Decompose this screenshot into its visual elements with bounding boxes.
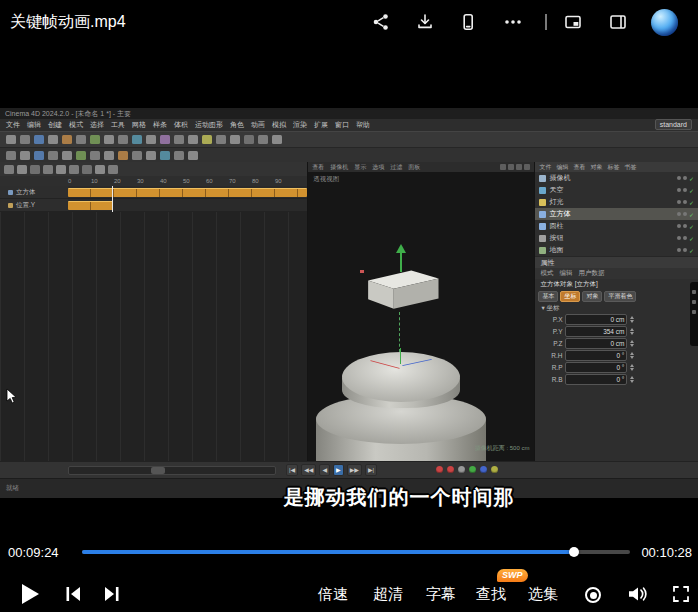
toolbar-icon[interactable] [48,135,58,144]
enabled-check-icon[interactable]: ✓ [689,223,694,230]
object-row[interactable]: 地面✓ [535,244,698,256]
toolbar-icon[interactable] [43,165,53,174]
layout-selector[interactable]: standard [655,119,692,130]
stepper[interactable] [630,316,634,323]
attribute-input[interactable]: 354 cm [565,326,627,337]
record-toggle[interactable] [436,466,443,473]
toolbar-icon[interactable] [216,135,226,144]
object-toggles[interactable]: ✓ [677,187,694,194]
toolbar-icon[interactable] [62,151,72,160]
timeline-grid[interactable] [0,212,307,461]
transport-button[interactable]: ▶▶ [347,464,362,476]
timeline-ruler[interactable]: 0102030405060708090 [0,176,307,186]
menu-item[interactable]: 模拟 [272,120,286,130]
share-icon[interactable] [371,12,391,32]
attr-section-tab[interactable]: 基本 [538,291,558,302]
object-manager-menu-item[interactable]: 文件 [539,163,551,172]
toolbar-icon[interactable] [6,135,16,144]
enabled-check-icon[interactable]: ✓ [689,247,694,254]
object-row[interactable]: 按钮✓ [535,232,698,244]
viewport-menu-item[interactable]: 过滤 [390,163,402,172]
visibility-dot[interactable] [683,224,687,228]
transport-button[interactable]: ▶| [365,464,377,476]
stepper-up-icon[interactable] [630,328,634,331]
device-icon[interactable] [458,12,478,32]
menu-item[interactable]: 样条 [153,120,167,130]
toolbar-icon[interactable] [62,135,72,144]
toolbar-icon[interactable] [118,135,128,144]
object-manager-menu-item[interactable]: 标签 [607,163,619,172]
visibility-dot[interactable] [683,236,687,240]
object-toggles[interactable]: ✓ [677,247,694,254]
attribute-input[interactable]: 0 ° [565,362,627,373]
visibility-dot[interactable] [677,212,681,216]
timeline-track[interactable]: 立方体 [0,186,307,199]
attr-mode-tab[interactable]: 模式 [540,269,553,278]
stepper-up-icon[interactable] [630,364,634,367]
toolbar-icon[interactable] [17,165,27,174]
stepper-down-icon[interactable] [630,332,634,335]
visibility-dot[interactable] [677,224,681,228]
stepper-down-icon[interactable] [630,320,634,323]
menu-item[interactable]: 扩展 [314,120,328,130]
record-toggle[interactable] [491,466,498,473]
track-lane[interactable] [68,186,307,198]
attr-mode-tab[interactable]: 编辑 [559,269,572,278]
record-ring-icon[interactable] [585,587,601,603]
transport-button[interactable]: ◀◀ [301,464,316,476]
viewport-panel[interactable]: 查看摄像机显示选项过滤面板 透视视图 [308,162,535,461]
transport-button[interactable]: |◀ [286,464,298,476]
quality-button[interactable]: 超清 [373,585,403,604]
toolbar-icon[interactable] [82,165,92,174]
visibility-dot[interactable] [683,248,687,252]
fullscreen-icon[interactable] [671,584,691,604]
timeline-slider-handle[interactable] [151,467,165,474]
toolbar-icon[interactable] [69,165,79,174]
enabled-check-icon[interactable]: ✓ [689,187,694,194]
object-row[interactable]: 天空✓ [535,184,698,196]
stepper-down-icon[interactable] [630,344,634,347]
toolbar-icon[interactable] [104,135,114,144]
toolbar-icon[interactable] [76,135,86,144]
toolbar-icon[interactable] [20,135,30,144]
swp-badge[interactable]: SWP [497,569,528,582]
menu-item[interactable]: 动画 [251,120,265,130]
object-row[interactable]: 圆柱✓ [535,220,698,232]
next-button[interactable] [102,584,122,604]
object-toggles[interactable]: ✓ [677,211,694,218]
attribute-input[interactable]: 0 ° [565,350,627,361]
video-content-c4d-window[interactable]: Cinema 4D 2024.2.0 - [未命名 1 *] - 主要 文件编辑… [0,108,698,498]
visibility-dot[interactable] [683,188,687,192]
toolbar-icon[interactable] [132,135,142,144]
object-manager-menu-item[interactable]: 书签 [624,163,636,172]
visibility-dot[interactable] [677,200,681,204]
attr-mode-tab[interactable]: 用户数据 [578,269,604,278]
toolbar-icon[interactable] [160,151,170,160]
menu-item[interactable]: 角色 [230,120,244,130]
toolbar-icon[interactable] [90,151,100,160]
toolbar-icon[interactable] [188,151,198,160]
toolbar-icon[interactable] [146,151,156,160]
viewport-nav-icons[interactable] [500,164,530,170]
menu-item[interactable]: 网格 [132,120,146,130]
menu-item[interactable]: 模式 [69,120,83,130]
enabled-check-icon[interactable]: ✓ [689,235,694,242]
object-row[interactable]: 灯光✓ [535,196,698,208]
speed-button[interactable]: 倍速 [318,585,348,604]
toolbar-icon[interactable] [272,135,282,144]
object-toggles[interactable]: ✓ [677,223,694,230]
menu-item[interactable]: 选择 [90,120,104,130]
viewport-3d[interactable]: 透视视图 摄 [308,172,534,461]
toolbar-icon[interactable] [146,135,156,144]
panel-edge-tabs[interactable] [690,282,698,346]
viewport-menu-item[interactable]: 查看 [312,163,324,172]
toolbar-icon[interactable] [20,151,30,160]
toolbar-icon[interactable] [258,135,268,144]
toolbar-icon[interactable] [76,151,86,160]
toolbar-icon[interactable] [202,135,212,144]
toolbar-icon[interactable] [30,165,40,174]
visibility-dot[interactable] [683,176,687,180]
toolbar-icon[interactable] [244,135,254,144]
keyframe-bar[interactable] [68,188,307,197]
play-button[interactable] [20,583,40,605]
